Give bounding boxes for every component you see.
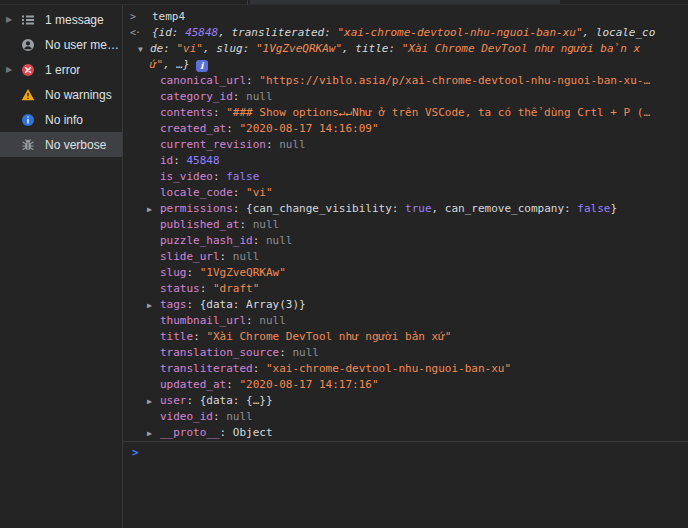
token-s: "https://viblo.asia/p/xai-chrome-devtool… bbox=[259, 74, 650, 87]
token-w: : bbox=[253, 234, 266, 247]
token-u: null bbox=[233, 250, 260, 263]
token-w: : bbox=[233, 186, 246, 199]
token-s: "2020-08-17 14:17:16" bbox=[239, 378, 378, 391]
console-sidebar: ▶1 messageNo user me…▶1 errorNo warnings… bbox=[0, 5, 122, 528]
token-k: locale_code bbox=[160, 186, 233, 199]
user-icon bbox=[18, 38, 38, 52]
property-row: contents: "### Show options↵↵Như ở trên … bbox=[123, 105, 688, 121]
token-s: "vi" bbox=[177, 42, 204, 55]
token-w: : bbox=[213, 106, 226, 119]
token-s: "1VgZveQRKAw" bbox=[200, 266, 286, 279]
token-w: : bbox=[213, 170, 226, 183]
property-row: video_id: null bbox=[123, 409, 688, 425]
result-preview-line: <·{id: 45848, transliterated: "xai-chrom… bbox=[123, 25, 688, 41]
token-w: : bbox=[233, 90, 246, 103]
expander-down-icon[interactable]: ▼ bbox=[138, 42, 143, 57]
token-w: : bbox=[173, 154, 186, 167]
token-w: : bbox=[220, 426, 233, 439]
expander-right-icon[interactable]: ▶ bbox=[147, 426, 152, 441]
token-s: "vi" bbox=[246, 186, 273, 199]
console-output: >temp4<·{id: 45848, transliterated: "xai… bbox=[123, 5, 688, 441]
token-w: {id: bbox=[152, 26, 185, 39]
disclosure-triangle-icon[interactable]: ▶ bbox=[6, 15, 18, 24]
token-w: {can_change_visibility: bbox=[246, 202, 405, 215]
property-row: ▶permissions: {can_change_visibility: tr… bbox=[123, 201, 688, 217]
token-w: : bbox=[187, 298, 200, 311]
console-prompt: > bbox=[123, 441, 688, 463]
property-row: slide_url: null bbox=[123, 249, 688, 265]
token-k: current_revision bbox=[160, 138, 266, 151]
token-k: slide_url bbox=[160, 250, 220, 263]
token-w: : bbox=[279, 346, 292, 359]
console-command: >temp4 bbox=[123, 9, 688, 25]
token-k: transliterated bbox=[160, 362, 253, 375]
token-w: } bbox=[610, 202, 617, 215]
token-w: , title: bbox=[342, 42, 402, 55]
property-row: ▶tags: {data: Array(3)} bbox=[123, 297, 688, 313]
token-k: __proto__ bbox=[160, 426, 220, 439]
token-u: null bbox=[279, 138, 306, 151]
prompt-chevron-icon: > bbox=[132, 446, 139, 459]
token-w: : bbox=[226, 122, 239, 135]
sidebar-item-errors[interactable]: ▶1 error bbox=[0, 57, 122, 82]
token-w: , …} bbox=[163, 58, 190, 71]
property-row: created_at: "2020-08-17 14:16:09" bbox=[123, 121, 688, 137]
console-main: >temp4<·{id: 45848, transliterated: "xai… bbox=[123, 5, 688, 528]
token-w: Object bbox=[233, 426, 273, 439]
warning-icon bbox=[18, 88, 38, 102]
messages-list-icon bbox=[18, 13, 38, 27]
property-row: title: "Xài Chrome DevTool như người bản… bbox=[123, 329, 688, 345]
token-k: contents bbox=[160, 106, 213, 119]
token-k: status bbox=[160, 282, 200, 295]
sidebar-item-label: No warnings bbox=[45, 88, 112, 102]
token-s: "Xài Chrome DevTool như người bản xứ" bbox=[206, 330, 451, 343]
disclosure-triangle-icon[interactable]: ▶ bbox=[6, 65, 18, 74]
property-row: slug: "1VgZveQRKAw" bbox=[123, 265, 688, 281]
sidebar-item-messages[interactable]: ▶1 message bbox=[0, 7, 122, 32]
token-w: : bbox=[226, 378, 239, 391]
token-w: : bbox=[239, 218, 252, 231]
property-row: ▶__proto__: Object bbox=[123, 425, 688, 441]
filter-box-remnant bbox=[250, 0, 560, 4]
token-w: : bbox=[246, 314, 259, 327]
token-u: null bbox=[253, 218, 280, 231]
sidebar-item-verbose[interactable]: No verbose bbox=[0, 132, 122, 157]
token-w: , slug: bbox=[203, 42, 256, 55]
property-row: thumbnail_url: null bbox=[123, 313, 688, 329]
property-row: ▶user: {data: {…}} bbox=[123, 393, 688, 409]
expander-right-icon[interactable]: ▶ bbox=[147, 202, 152, 217]
token-w: : bbox=[193, 330, 206, 343]
token-k: updated_at bbox=[160, 378, 226, 391]
command-chevron-icon: > bbox=[130, 9, 135, 25]
result-preview-line: ứ", …}i bbox=[123, 57, 688, 73]
token-k: created_at bbox=[160, 122, 226, 135]
property-row: published_at: null bbox=[123, 217, 688, 233]
sidebar-item-label: 1 message bbox=[45, 13, 104, 27]
devtools-console-panel: ▶1 messageNo user me…▶1 errorNo warnings… bbox=[0, 0, 688, 528]
info-badge-icon[interactable]: i bbox=[196, 60, 208, 72]
property-row: category_id: null bbox=[123, 89, 688, 105]
token-w: : bbox=[220, 250, 233, 263]
expander-right-icon[interactable]: ▶ bbox=[147, 298, 152, 313]
token-u: null bbox=[259, 314, 286, 327]
token-u: null bbox=[292, 346, 319, 359]
property-row: puzzle_hash_id: null bbox=[123, 233, 688, 249]
token-w: : bbox=[246, 74, 259, 87]
console-input[interactable] bbox=[152, 445, 684, 461]
token-s: "draft" bbox=[213, 282, 259, 295]
sidebar-item-info[interactable]: No info bbox=[0, 107, 122, 132]
token-k: category_id bbox=[160, 90, 233, 103]
sidebar-item-label: No verbose bbox=[45, 138, 106, 152]
token-k: translation_source bbox=[160, 346, 279, 359]
property-row: transliterated: "xai-chrome-devtool-nhu-… bbox=[123, 361, 688, 377]
token-k: video_id bbox=[160, 410, 213, 423]
token-n: false bbox=[577, 202, 610, 215]
token-k: canonical_url bbox=[160, 74, 246, 87]
sidebar-item-label: No info bbox=[45, 113, 83, 127]
expander-right-icon[interactable]: ▶ bbox=[147, 394, 152, 409]
token-k: user bbox=[160, 394, 187, 407]
token-k: slug bbox=[160, 266, 187, 279]
token-k: puzzle_hash_id bbox=[160, 234, 253, 247]
sidebar-item-user-messages[interactable]: No user me… bbox=[0, 32, 122, 57]
sidebar-item-warnings[interactable]: No warnings bbox=[0, 82, 122, 107]
